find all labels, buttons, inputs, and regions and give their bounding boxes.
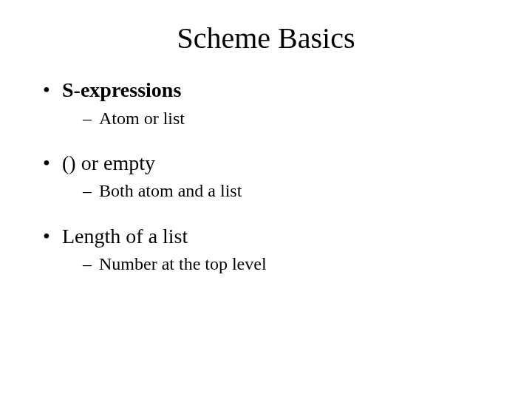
sub-list: Both atom and a list [83, 180, 502, 202]
list-item: S-expressions Atom or list [43, 78, 502, 130]
list-item: () or empty Both atom and a list [43, 151, 502, 203]
sub-list-item: Atom or list [83, 107, 502, 130]
sub-list-item: Number at the top level [83, 253, 502, 276]
slide-content: S-expressions Atom or list () or empty B… [0, 78, 532, 276]
sub-list: Atom or list [83, 107, 502, 130]
list-item-label: () or empty [62, 151, 155, 174]
list-item-label: S-expressions [62, 78, 181, 101]
sub-list-item: Both atom and a list [83, 180, 502, 202]
list-item-label: Length of a list [62, 225, 188, 248]
slide-title: Scheme Basics [0, 0, 532, 70]
list-item: Length of a list Number at the top level [43, 224, 502, 276]
bullet-list: S-expressions Atom or list () or empty B… [43, 78, 502, 276]
slide: Scheme Basics S-expressions Atom or list… [0, 0, 532, 399]
sub-list: Number at the top level [83, 253, 502, 276]
